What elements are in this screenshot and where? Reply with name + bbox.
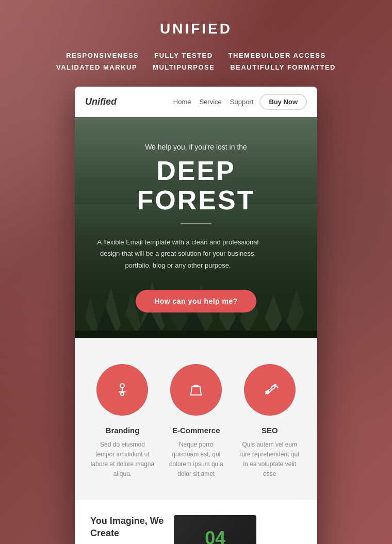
service-title: E-Commerce xyxy=(172,426,220,435)
card-nav-links: HomeServiceSupport xyxy=(173,98,254,106)
nav-link[interactable]: Home xyxy=(173,98,191,106)
service-description: Quis autem vel eum iure reprehenderit qu… xyxy=(238,440,302,480)
hero-content: We help you, if you're lost in the DEEP … xyxy=(95,143,297,312)
service-icon-e-commerce xyxy=(170,364,222,416)
hero-description: A flexible Email template with a clean a… xyxy=(95,237,260,271)
site-title: UNIFIED xyxy=(160,21,232,37)
hero-subtitle: We help you, if you're lost in the xyxy=(95,143,297,151)
badge-item: VALIDATED MARKUP xyxy=(56,63,137,71)
bottom-image: 04 Portfolio xyxy=(174,515,256,544)
hero-divider xyxy=(181,223,211,224)
service-title: Branding xyxy=(106,426,140,435)
hero-title: DEEP FOREST xyxy=(95,156,297,215)
bottom-image-number: 04 xyxy=(205,527,225,544)
service-icon-seo xyxy=(244,364,296,416)
badge-item: RESPONSIVENESS xyxy=(66,52,139,59)
service-description: Sed do eiusmod tempor incididunt ut labo… xyxy=(90,440,155,480)
hero-section: We help you, if you're lost in the DEEP … xyxy=(75,117,317,338)
services-grid: BrandingSed do eiusmod tempor incididunt… xyxy=(90,364,302,480)
buy-now-button[interactable]: Buy Now xyxy=(259,94,307,110)
service-item: SEOQuis autem vel eum iure reprehenderit… xyxy=(238,364,302,480)
badge-item: MULTIPURPOSE xyxy=(153,63,215,71)
service-title: SEO xyxy=(262,426,278,435)
service-item: BrandingSed do eiusmod tempor incididunt… xyxy=(90,364,155,480)
badge-item: BEAUTIFULLY FORMATTED xyxy=(230,63,336,71)
nav-link[interactable]: Service xyxy=(199,98,221,106)
content-wrapper: UNIFIED RESPONSIVENESSFULLY TESTEDTHEMEB… xyxy=(0,0,392,544)
badge-item: THEMEBUILDER ACCESS xyxy=(228,52,326,59)
svg-point-24 xyxy=(120,384,124,388)
service-description: Neque porro quisquam est, qui dolorem ip… xyxy=(165,440,227,480)
card-logo: Unified xyxy=(85,96,173,107)
services-section: BrandingSed do eiusmod tempor incididunt… xyxy=(75,338,317,500)
bottom-text: You Imagine, We Create xyxy=(90,515,164,539)
service-icon-branding xyxy=(96,364,148,416)
nav-link[interactable]: Support xyxy=(230,98,254,106)
badge-item: FULLY TESTED xyxy=(154,52,213,59)
bottom-section: You Imagine, We Create 04 Portfolio xyxy=(75,500,317,544)
preview-card: Unified HomeServiceSupport Buy Now xyxy=(75,87,317,544)
card-nav: Unified HomeServiceSupport Buy Now xyxy=(75,87,317,117)
svg-point-26 xyxy=(121,392,124,395)
service-item: E-CommerceNeque porro quisquam est, qui … xyxy=(165,364,227,480)
bottom-heading: You Imagine, We Create xyxy=(90,515,164,539)
badges-container: RESPONSIVENESSFULLY TESTEDTHEMEBUILDER A… xyxy=(41,52,351,71)
hero-cta-button[interactable]: How can you help me? xyxy=(136,290,256,312)
